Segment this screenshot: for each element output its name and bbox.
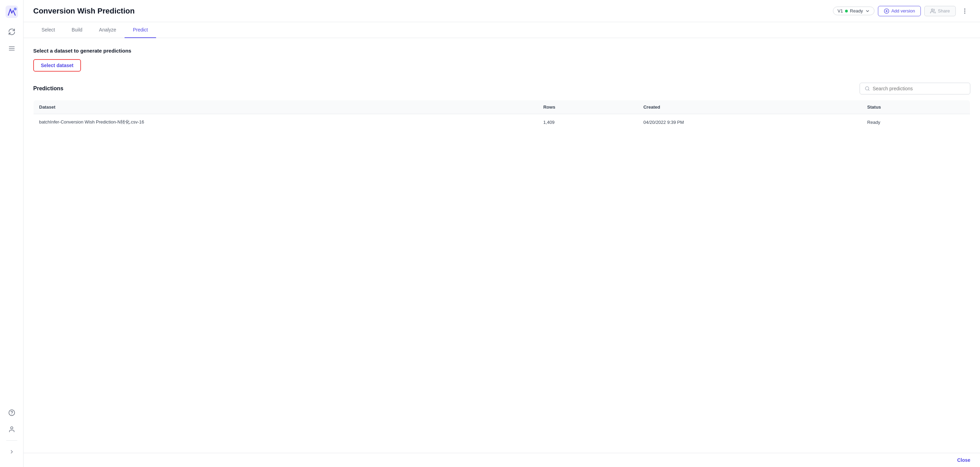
svg-point-14 [964, 13, 965, 13]
sidebar [0, 0, 24, 467]
dataset-section-title: Select a dataset to generate predictions [33, 48, 970, 54]
tab-select[interactable]: Select [33, 22, 63, 38]
sidebar-icon-user[interactable] [5, 423, 19, 436]
sidebar-icon-help[interactable] [5, 406, 19, 419]
cell-dataset: batchInfer-Conversion Wish Prediction-N转… [33, 114, 538, 130]
col-created: Created [638, 100, 862, 114]
add-version-label: Add version [891, 8, 915, 13]
select-dataset-button[interactable]: Select dataset [33, 59, 81, 71]
chevron-down-icon [865, 9, 870, 13]
search-icon [865, 86, 870, 91]
tab-build[interactable]: Build [63, 22, 91, 38]
sidebar-expand-button[interactable] [5, 445, 19, 459]
header-actions: V1 Ready Add version [833, 6, 970, 17]
header: Conversion Wish Prediction V1 Ready [24, 0, 980, 22]
svg-point-12 [964, 9, 965, 10]
sidebar-divider [6, 440, 17, 441]
cell-created: 04/20/2022 9:39 PM [638, 114, 862, 130]
status-dot [845, 10, 848, 13]
svg-point-13 [964, 11, 965, 11]
svg-point-7 [10, 427, 13, 429]
sidebar-icon-list[interactable] [5, 41, 19, 56]
svg-line-16 [868, 90, 869, 91]
predictions-header: Predictions [33, 83, 970, 94]
version-label: V1 [837, 8, 843, 13]
col-rows: Rows [538, 100, 638, 114]
status-label: Ready [850, 8, 863, 13]
predictions-title: Predictions [33, 86, 63, 92]
col-status: Status [862, 100, 970, 114]
add-version-button[interactable]: Add version [878, 6, 921, 16]
share-icon [930, 8, 936, 14]
tabs-nav: Select Build Analyze Predict [24, 22, 980, 38]
more-options-button[interactable] [959, 6, 970, 17]
table-header: Dataset Rows Created Status [33, 100, 970, 114]
version-badge[interactable]: V1 Ready [833, 6, 874, 15]
more-vertical-icon [961, 8, 968, 14]
page-title: Conversion Wish Prediction [33, 6, 833, 16]
tab-predict[interactable]: Predict [124, 22, 156, 38]
share-button[interactable]: Share [924, 6, 956, 16]
footer: Close [24, 453, 980, 467]
main-content: Conversion Wish Prediction V1 Ready [24, 0, 980, 467]
share-label: Share [938, 8, 950, 13]
page-content: Select a dataset to generate predictions… [24, 38, 980, 453]
table-row[interactable]: batchInfer-Conversion Wish Prediction-N转… [33, 114, 970, 130]
col-dataset: Dataset [33, 100, 538, 114]
predictions-table: Dataset Rows Created Status batchInfer-C… [33, 100, 970, 130]
select-dataset-label: Select dataset [41, 63, 73, 68]
plus-circle-icon [884, 8, 889, 14]
svg-rect-0 [6, 6, 18, 18]
search-input[interactable] [873, 86, 965, 91]
svg-point-1 [14, 8, 17, 10]
sidebar-bottom [5, 406, 19, 461]
search-box[interactable] [859, 83, 970, 94]
tab-analyze[interactable]: Analyze [91, 22, 124, 38]
app-logo[interactable] [6, 6, 18, 18]
svg-point-11 [932, 9, 933, 11]
cell-status: Ready [862, 114, 970, 130]
sidebar-icon-refresh[interactable] [5, 25, 19, 39]
close-button[interactable]: Close [957, 457, 970, 463]
cell-rows: 1,409 [538, 114, 638, 130]
table-body: batchInfer-Conversion Wish Prediction-N转… [33, 114, 970, 130]
